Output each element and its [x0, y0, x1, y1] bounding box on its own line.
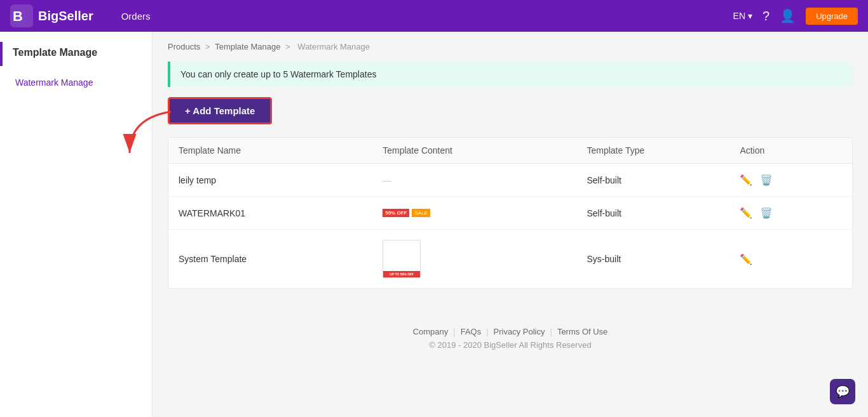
footer-company[interactable]: Company — [413, 327, 449, 336]
logo-text: BigSeller — [38, 9, 93, 23]
nav-orders[interactable]: Orders — [109, 0, 180, 32]
breadcrumb-products[interactable]: Products — [168, 42, 200, 51]
upgrade-button[interactable]: Upgrade — [806, 8, 858, 25]
app-layout: Template Manage Watermark Manage Product… — [0, 32, 868, 417]
col-template-type: Template Type — [587, 145, 740, 156]
action-cell-leily: ✏️ 🗑️ — [740, 174, 842, 186]
edit-icon[interactable]: ✏️ — [740, 174, 752, 186]
breadcrumb-sep2: > — [285, 42, 292, 51]
wm01-badge-orange: SALE — [412, 209, 430, 217]
template-type-system: Sys-built — [587, 254, 740, 264]
delete-icon[interactable]: 🗑️ — [760, 174, 773, 186]
delete-icon[interactable]: 🗑️ — [760, 207, 773, 219]
template-type-leily: Self-built — [587, 175, 740, 185]
template-table: Template Name Template Content Template … — [168, 137, 853, 289]
add-template-area: + Add Template — [168, 97, 272, 137]
breadcrumb-current: Watermark Manage — [297, 42, 370, 51]
template-content-system: UP TO 50% OFF — [383, 240, 587, 278]
footer-faqs[interactable]: FAQs — [461, 327, 482, 336]
sidebar-item-watermark-manage[interactable]: Watermark Manage — [0, 71, 152, 94]
template-name-leily: leily temp — [179, 175, 383, 185]
footer-copyright: © 2019 - 2020 BigSeller All Rights Reser… — [180, 340, 840, 350]
footer-links: Company | FAQs | Privacy Policy | Terms … — [180, 327, 840, 336]
action-cell-wm01: ✏️ 🗑️ — [740, 207, 842, 219]
watermark01-thumbnail: 55% OFF SALE — [383, 209, 587, 217]
col-action: Action — [740, 145, 842, 156]
dash-icon: — — [383, 175, 391, 185]
footer-terms[interactable]: Terms Of Use — [557, 327, 607, 336]
logo-icon: B — [10, 4, 33, 27]
breadcrumb: Products > Template Manage > Watermark M… — [168, 42, 853, 51]
template-name-system: System Template — [179, 254, 383, 264]
svg-text:B: B — [13, 8, 23, 24]
sidebar: Template Manage Watermark Manage — [0, 32, 153, 417]
table-header: Template Name Template Content Template … — [168, 138, 852, 164]
template-name-wm01: WATERMARK01 — [179, 208, 383, 218]
main-content: Products > Template Manage > Watermark M… — [153, 32, 868, 417]
user-icon[interactable]: 👤 — [780, 8, 796, 23]
table-row: WATERMARK01 55% OFF SALE Self-built ✏️ 🗑… — [168, 197, 852, 230]
breadcrumb-template-manage[interactable]: Template Manage — [215, 42, 280, 51]
sidebar-title: Template Manage — [0, 42, 152, 66]
header: B BigSeller Dashboard Products Orders In… — [0, 0, 868, 32]
col-template-content: Template Content — [383, 145, 587, 156]
template-content-leily: — — [383, 175, 587, 185]
footer-privacy[interactable]: Privacy Policy — [494, 327, 545, 336]
table-row: System Template UP TO 50% OFF Sys-built … — [168, 230, 852, 288]
template-type-wm01: Self-built — [587, 208, 740, 218]
sys-thumb-red-bar: UP TO 50% OFF — [383, 271, 420, 277]
header-right: EN ▾ ? 👤 Upgrade — [733, 8, 858, 25]
edit-icon[interactable]: ✏️ — [740, 207, 752, 219]
notice-banner: You can only create up to 5 Watermark Te… — [168, 62, 853, 87]
logo[interactable]: B BigSeller — [10, 4, 93, 27]
col-template-name: Template Name — [179, 145, 383, 156]
footer: Company | FAQs | Privacy Policy | Terms … — [168, 314, 853, 362]
wm01-badge-red: 55% OFF — [383, 209, 409, 217]
add-template-button[interactable]: + Add Template — [168, 97, 272, 124]
template-content-wm01: 55% OFF SALE — [383, 209, 587, 217]
help-fab-button[interactable]: 💬 — [830, 379, 855, 404]
language-selector[interactable]: EN ▾ — [733, 11, 752, 21]
breadcrumb-sep1: > — [205, 42, 212, 51]
chevron-down-icon: ▾ — [748, 11, 752, 21]
edit-icon[interactable]: ✏️ — [740, 253, 752, 265]
notice-text: You can only create up to 5 Watermark Te… — [180, 69, 376, 79]
help-icon[interactable]: ? — [763, 9, 770, 23]
system-template-thumbnail: UP TO 50% OFF — [383, 240, 421, 278]
chat-icon: 💬 — [836, 385, 850, 399]
table-row: leily temp — Self-built ✏️ 🗑️ — [168, 164, 852, 197]
action-cell-system: ✏️ — [740, 253, 842, 265]
